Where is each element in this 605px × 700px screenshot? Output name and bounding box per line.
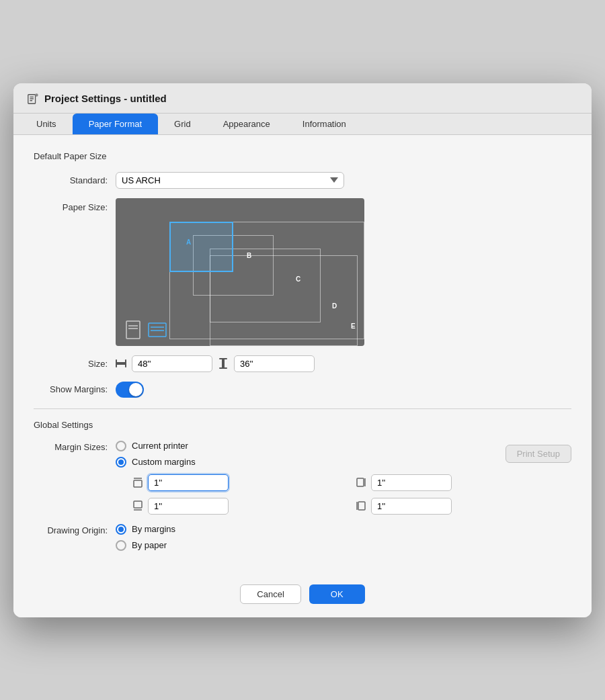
label-b: B xyxy=(247,252,251,259)
margin-bottom-input[interactable] xyxy=(148,498,229,515)
margin-sizes-label: Margin Sizes: xyxy=(34,441,108,452)
show-margins-label: Show Margins: xyxy=(34,384,108,394)
paper-rect-a xyxy=(169,222,233,272)
standard-row: Standard: US ARCH US Letter US Legal A4 … xyxy=(34,172,571,189)
print-setup-button[interactable]: Print Setup xyxy=(506,445,571,463)
margins-grid xyxy=(132,474,571,515)
drawing-origin-group: By margins By paper xyxy=(116,524,175,551)
height-icon xyxy=(218,358,229,369)
preview-icons xyxy=(124,320,167,339)
margin-sizes-content: Current printer Custom margins Print Set… xyxy=(116,441,571,515)
custom-margins-label: Custom margins xyxy=(132,457,196,467)
tab-paper-format[interactable]: Paper Format xyxy=(73,114,158,134)
show-margins-row: Show Margins: xyxy=(34,382,571,398)
portrait-icon[interactable] xyxy=(124,320,143,339)
title-bar: Project Settings - untitled xyxy=(13,83,592,114)
radio-by-paper[interactable]: By paper xyxy=(116,540,175,551)
margin-options-row: Current printer Custom margins Print Set… xyxy=(116,441,571,468)
settings-icon xyxy=(27,93,39,105)
size-inputs xyxy=(116,355,315,372)
svg-rect-21 xyxy=(134,501,142,508)
svg-rect-17 xyxy=(134,480,142,487)
margin-top-icon xyxy=(132,476,144,488)
svg-rect-12 xyxy=(116,359,117,367)
label-e: E xyxy=(351,322,356,330)
radio-current-printer-circle xyxy=(116,441,126,451)
svg-rect-15 xyxy=(219,358,227,359)
margin-right-cell xyxy=(355,474,571,491)
margin-radio-group: Current printer Custom margins xyxy=(116,441,196,468)
svg-rect-14 xyxy=(222,358,225,369)
height-input[interactable] xyxy=(234,355,315,372)
tab-appearance[interactable]: Appearance xyxy=(207,114,286,134)
margin-bottom-icon xyxy=(132,500,144,512)
margin-left-cell xyxy=(355,498,571,515)
drawing-origin-row: Drawing Origin: By margins By paper xyxy=(34,524,571,551)
margin-right-input[interactable] xyxy=(371,474,452,491)
paper-preview: A B C D E xyxy=(116,198,364,346)
label-d: D xyxy=(332,302,337,310)
radio-by-margins-circle xyxy=(116,524,126,535)
paper-size-row: Paper Size: A B C D E xyxy=(34,198,571,346)
margin-right-icon xyxy=(355,476,367,488)
radio-by-paper-circle xyxy=(116,540,126,551)
tab-units[interactable]: Units xyxy=(20,114,73,134)
tab-information[interactable]: Information xyxy=(286,114,362,134)
size-row: Size: xyxy=(34,355,571,372)
dialog-title: Project Settings - untitled xyxy=(44,93,167,104)
svg-rect-5 xyxy=(126,321,140,339)
svg-point-1 xyxy=(35,93,38,97)
svg-rect-23 xyxy=(358,502,365,510)
by-margins-label: By margins xyxy=(132,524,175,534)
svg-rect-13 xyxy=(125,359,126,367)
margin-sizes-row: Margin Sizes: Current printer Custom mar… xyxy=(34,441,571,515)
svg-rect-16 xyxy=(219,367,227,369)
dialog-window: Project Settings - untitled Units Paper … xyxy=(13,83,592,617)
by-paper-label: By paper xyxy=(132,540,167,550)
radio-custom-margins[interactable]: Custom margins xyxy=(116,457,196,468)
margin-bottom-cell xyxy=(132,498,348,515)
show-margins-toggle[interactable] xyxy=(116,382,144,398)
label-c: C xyxy=(296,275,300,283)
cancel-button[interactable]: Cancel xyxy=(240,584,300,604)
bottom-bar: Cancel OK xyxy=(13,574,592,617)
paper-size-label: Paper Size: xyxy=(34,198,108,212)
margin-left-input[interactable] xyxy=(371,498,452,515)
current-printer-label: Current printer xyxy=(132,441,188,451)
margin-left-icon xyxy=(355,500,367,512)
radio-current-printer[interactable]: Current printer xyxy=(116,441,196,451)
ok-button[interactable]: OK xyxy=(309,584,365,604)
margin-top-input[interactable] xyxy=(148,474,229,491)
content-area: Default Paper Size Standard: US ARCH US … xyxy=(13,135,592,574)
tab-bar: Units Paper Format Grid Appearance Infor… xyxy=(13,114,592,135)
landscape-icon[interactable] xyxy=(148,320,167,339)
radio-by-margins[interactable]: By margins xyxy=(116,524,175,535)
default-paper-size-title: Default Paper Size xyxy=(34,151,571,161)
label-a: A xyxy=(186,238,191,246)
standard-label: Standard: xyxy=(34,175,108,185)
width-icon xyxy=(116,358,126,369)
svg-rect-8 xyxy=(149,323,166,337)
svg-rect-19 xyxy=(357,478,364,486)
svg-rect-11 xyxy=(116,362,126,365)
standard-select[interactable]: US ARCH US Letter US Legal A4 A3 A2 A1 A… xyxy=(116,172,344,189)
drawing-origin-label: Drawing Origin: xyxy=(34,524,108,535)
size-label: Size: xyxy=(34,359,108,369)
tab-grid[interactable]: Grid xyxy=(158,114,207,134)
width-input[interactable] xyxy=(132,355,212,372)
margin-top-cell xyxy=(132,474,348,491)
radio-custom-margins-circle xyxy=(116,457,126,468)
global-settings-title: Global Settings xyxy=(34,420,571,430)
section-divider xyxy=(34,408,571,409)
